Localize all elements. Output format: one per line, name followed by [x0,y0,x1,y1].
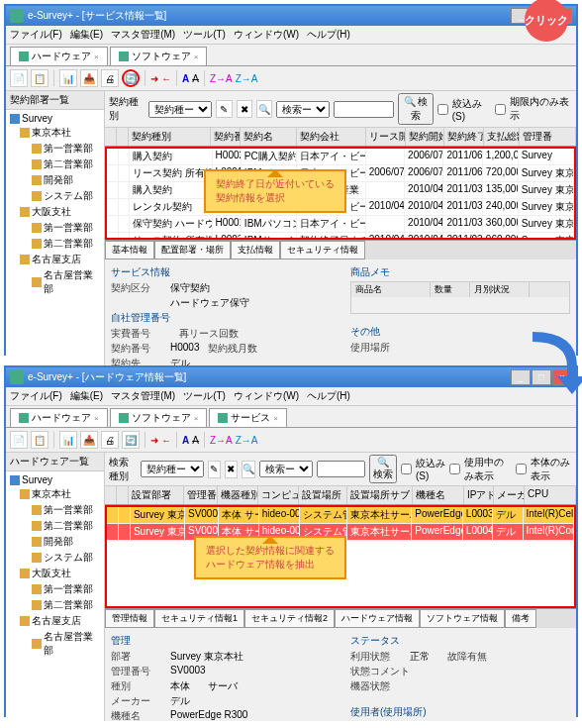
column-header[interactable]: 設置場所 [299,486,346,504]
menu-help[interactable]: ヘルプ(H) [307,389,350,403]
tree-item[interactable]: 東京本社 [8,125,102,141]
tree-item[interactable]: 東京本社 [8,486,102,502]
tree-item[interactable]: Survey [8,112,102,125]
column-header[interactable]: 設置部署 [129,486,184,504]
detail-tab[interactable]: 基本情報 [105,241,154,260]
doc-button[interactable]: 📋 [31,69,48,87]
column-header[interactable]: 管理番号 [184,486,218,504]
tree-item[interactable]: 第一営業部 [8,220,102,236]
column-header[interactable] [117,128,129,146]
strike-button[interactable]: A [192,73,199,84]
refresh-button[interactable]: 🔄 [122,431,140,449]
import-button[interactable]: 📥 [80,69,98,87]
menu-master[interactable]: マスタ管理(M) [111,389,175,403]
tab-hardware[interactable]: ハードウェア× [10,47,108,65]
filter-chk2[interactable] [495,104,506,115]
column-header[interactable]: 管理番 [520,128,576,146]
sort-az-button[interactable]: Z→A [236,435,258,446]
edit-button[interactable]: ✎ [208,461,221,478]
column-header[interactable]: 契約開始日 [406,128,445,146]
search-select[interactable]: 検索ー [259,461,313,477]
column-header[interactable] [105,128,117,146]
refresh-button[interactable]: 🔄 [122,69,140,87]
column-header[interactable]: IPアドレス [464,486,495,504]
sort-za-button[interactable]: Z→A [210,435,233,446]
export-button[interactable]: 📊 [59,69,77,87]
detail-tab[interactable]: 支払情報 [231,241,280,260]
tree-item[interactable]: 第二営業部 [8,236,102,252]
detail-tab[interactable]: セキュリティ情報 [280,241,365,260]
detail-tab[interactable]: セキュリティ情報2 [244,609,335,628]
tree-item[interactable]: 大阪支社 [8,204,102,220]
menu-edit[interactable]: 編集(E) [70,28,103,42]
tree-item[interactable]: 第一営業部 [8,581,102,597]
filter-chk1[interactable] [401,464,412,474]
filter-chk2[interactable] [449,464,460,474]
doc-button[interactable]: 📋 [31,431,48,449]
menu-tool[interactable]: ツール(T) [183,389,226,403]
column-header[interactable]: 支払総額 [484,128,520,146]
column-header[interactable]: 契約番号 [211,128,240,146]
column-header[interactable]: 設置場所サブ [347,486,413,504]
menu-master[interactable]: マスタ管理(M) [111,28,175,42]
tree-item[interactable]: 名古屋営業部 [8,267,102,297]
tree-item[interactable]: 第二営業部 [8,156,102,172]
tab-software[interactable]: ソフトウェア× [110,408,208,427]
detail-tab[interactable]: ソフトウェア情報 [420,609,505,628]
filter-chk1[interactable] [437,104,448,115]
print-button[interactable]: 🖨 [101,431,119,449]
column-header[interactable]: 契約種別 [129,128,212,146]
tree-item[interactable]: 第二営業部 [8,518,102,534]
menu-file[interactable]: ファイル(F) [10,389,62,403]
table-row[interactable]: 保守契約 ハードウェア保守H0001IBMパソコン保守日本アイ・ビー・エム201… [107,216,574,233]
tree-item[interactable]: 名古屋支店 [8,252,102,267]
detail-tab[interactable]: ハードウェア情報 [335,609,420,628]
new-button[interactable]: 📄 [10,69,28,87]
tree-item[interactable]: システム部 [8,550,102,566]
tree-item[interactable]: 開発部 [8,534,102,550]
tab-service[interactable]: サービス× [209,408,287,427]
search-input[interactable] [334,101,394,118]
menu-edit[interactable]: 編集(E) [70,389,103,403]
edit-button[interactable]: ✎ [216,100,232,118]
tree-item[interactable]: システム部 [8,188,102,204]
close-tab-icon[interactable]: × [194,414,199,423]
sort-az-button[interactable]: Z→A [236,73,258,84]
column-header[interactable]: リース開始日 [366,128,406,146]
tree-item[interactable]: 開発部 [8,172,102,188]
tab-software[interactable]: ソフトウェア× [110,47,208,65]
tree-item[interactable]: 名古屋営業部 [8,629,102,659]
close-tab-icon[interactable]: × [94,52,99,61]
table-row[interactable]: Survey 東京本社SV0003本体 サーバhideo-002システム管理室東… [107,507,574,524]
menu-tool[interactable]: ツール(T) [183,28,226,42]
import-button[interactable]: 📥 [80,431,98,449]
tree-item[interactable]: Survey [8,473,102,486]
column-header[interactable]: 契約終了日 [444,128,484,146]
search-icon[interactable]: 🔍 [256,100,272,118]
column-header[interactable]: コンピュータ名 [258,486,299,504]
delete-button[interactable]: ✖ [225,461,238,478]
sort-za-button[interactable]: Z→A [210,73,233,84]
close-tab-icon[interactable]: × [273,414,278,423]
column-header[interactable]: 機器種別 [218,486,258,504]
column-header[interactable] [117,486,129,504]
delete-button[interactable]: ✖ [237,100,252,118]
detail-tab[interactable]: 備考 [505,609,536,628]
column-header[interactable]: 契約名 [241,128,297,146]
column-header[interactable]: メーカー [494,486,525,504]
tree-item[interactable]: 名古屋支店 [8,613,102,629]
menu-file[interactable]: ファイル(F) [10,28,62,42]
detail-tab[interactable]: 管理情報 [105,609,154,628]
bold-button[interactable]: A [182,73,189,84]
search-button[interactable]: 🔍 検索 [398,93,433,125]
filter-chk3[interactable] [516,464,527,474]
filter-select[interactable]: 契約種ー [141,461,204,477]
tree-item[interactable]: 第一営業部 [8,502,102,518]
menu-help[interactable]: ヘルプ(H) [307,28,350,42]
close-tab-icon[interactable]: × [94,414,99,423]
search-select[interactable]: 検索ー [276,101,330,118]
search-input[interactable] [317,461,365,477]
close-tab-icon[interactable]: × [194,52,199,61]
column-header[interactable] [105,486,117,504]
column-header[interactable]: CPU [525,486,576,504]
